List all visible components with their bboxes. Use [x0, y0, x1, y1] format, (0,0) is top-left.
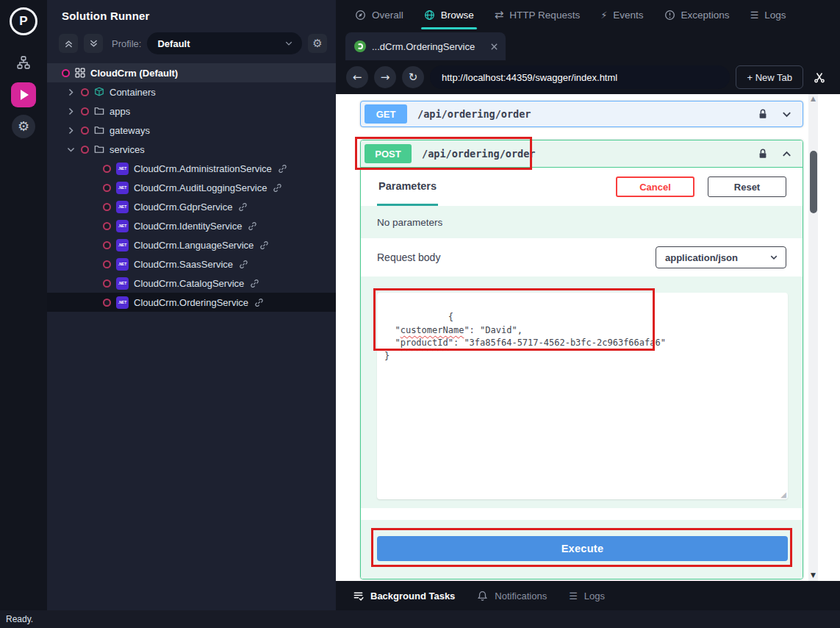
tree-item-service[interactable]: .NET CloudCrm.SaasService	[47, 254, 336, 274]
tree-item-service[interactable]: .NET CloudCrm.GdprService	[47, 197, 336, 216]
tree-item-service[interactable]: .NET CloudCrm.IdentityService	[47, 216, 336, 235]
dotnet-icon: .NET	[116, 277, 129, 290]
tree-item-label: CloudCrm.CatalogService	[134, 278, 244, 289]
run-button[interactable]	[11, 82, 36, 107]
tab-events[interactable]: ⚡ Events	[600, 0, 643, 29]
browser-toolbar: ← → ↻ http://localhost:44359/swagger/ind…	[336, 60, 840, 94]
endpoint-path: /api/ordering/order	[422, 148, 747, 160]
scrollbar-thumb[interactable]	[810, 151, 817, 213]
status-dot-icon	[103, 260, 111, 268]
chevron-down-icon[interactable]	[66, 145, 76, 154]
tree-item-containers[interactable]: Containers	[47, 82, 336, 101]
vertical-scrollbar[interactable]: ▲ ▼	[808, 94, 818, 581]
profile-settings-button[interactable]: ⚙	[308, 34, 327, 53]
tree-item-solution-root[interactable]: CloudCrm (Default)	[47, 63, 336, 82]
parameters-title: Parameters	[377, 168, 438, 206]
lightning-icon: ⚡	[600, 10, 607, 20]
tree-item-gateways[interactable]: gateways	[47, 121, 336, 140]
chevron-right-icon[interactable]	[66, 107, 76, 116]
tree-item-label: CloudCrm.IdentityService	[134, 221, 242, 232]
settings-button[interactable]: ⚙	[12, 115, 35, 138]
scroll-up-icon[interactable]: ▲	[808, 96, 818, 102]
body-editor-section: { "customerName": "David", "productId": …	[361, 276, 803, 508]
service-favicon-icon	[354, 40, 366, 52]
notifications-button[interactable]: Notifications	[477, 590, 547, 602]
background-tasks-button[interactable]: Background Tasks	[353, 590, 455, 602]
link-icon[interactable]	[254, 298, 264, 307]
app-window: P ⚙ Solution Runner Profile: Default	[0, 0, 840, 628]
link-icon[interactable]	[250, 279, 259, 288]
browser-tab[interactable]: ...dCrm.OrderingService	[345, 32, 506, 60]
bottom-toolbar: Background Tasks Notifications ☰ Logs	[336, 581, 840, 610]
link-icon[interactable]	[273, 183, 282, 193]
dotnet-icon: .NET	[116, 258, 129, 271]
profile-select[interactable]: Default	[147, 32, 302, 54]
chevron-up-icon[interactable]	[781, 149, 792, 160]
method-badge-get: GET	[365, 104, 407, 124]
tab-overall[interactable]: Overall	[355, 0, 403, 29]
tree-item-label: CloudCrm.SaasService	[134, 259, 233, 270]
scroll-down-icon[interactable]: ▼	[808, 572, 818, 579]
solution-grid-icon	[75, 68, 85, 78]
opblock-get[interactable]: GET /api/ordering/order	[360, 101, 803, 127]
app-logo-icon: P	[10, 7, 37, 35]
folder-icon	[94, 106, 104, 116]
double-chevron-down-icon	[89, 39, 98, 49]
chevron-right-icon[interactable]	[66, 126, 76, 135]
tree-item-service-selected[interactable]: .NET CloudCrm.OrderingService	[47, 293, 336, 312]
status-dot-icon	[103, 184, 111, 192]
logs-button[interactable]: ☰ Logs	[569, 590, 605, 602]
explorer-tree-icon[interactable]	[11, 50, 36, 75]
tree-item-services[interactable]: services	[47, 140, 336, 159]
tab-http-requests[interactable]: ⇄ HTTP Requests	[495, 0, 580, 29]
tree-item-label: CloudCrm.AdministrationService	[134, 163, 272, 174]
lock-icon[interactable]	[758, 148, 768, 160]
content-type-select[interactable]: application/json	[656, 246, 786, 268]
link-icon[interactable]	[259, 240, 269, 250]
tab-logs[interactable]: ☰ Logs	[750, 0, 786, 29]
back-button[interactable]: ←	[346, 66, 368, 88]
endpoint-path: /api/ordering/order	[417, 108, 747, 120]
chevron-down-icon[interactable]	[781, 109, 792, 120]
tree-item-service[interactable]: .NET CloudCrm.AdministrationService	[47, 159, 336, 178]
link-icon[interactable]	[248, 221, 257, 231]
browser-tab-strip: ...dCrm.OrderingService	[336, 29, 840, 60]
tab-exceptions[interactable]: Exceptions	[664, 0, 730, 29]
chevron-right-icon[interactable]	[66, 88, 76, 97]
expand-all-button[interactable]	[84, 34, 103, 53]
tree-item-service[interactable]: .NET CloudCrm.LanguageService	[47, 235, 336, 254]
refresh-button[interactable]: ↻	[402, 66, 424, 88]
globe-icon	[424, 10, 435, 21]
swagger-content: GET /api/ordering/order POST /api/orderi…	[336, 94, 840, 581]
collapse-all-button[interactable]	[59, 34, 78, 53]
tree-item-service[interactable]: .NET CloudCrm.CatalogService	[47, 274, 336, 293]
request-body-label: Request body	[377, 251, 440, 263]
scissors-icon[interactable]	[809, 71, 830, 83]
request-body-editor[interactable]: { "customerName": "David", "productId": …	[377, 293, 788, 499]
resize-grip-icon[interactable]: ◢	[780, 491, 786, 499]
status-bar: Ready.	[0, 610, 840, 628]
execute-button[interactable]: Execute	[377, 536, 788, 561]
tab-browse[interactable]: Browse	[424, 0, 474, 29]
reset-button[interactable]: Reset	[708, 176, 786, 197]
exclamation-circle-icon	[664, 10, 675, 21]
url-input[interactable]: http://localhost:44359/swagger/index.htm…	[430, 65, 730, 89]
lock-icon[interactable]	[758, 108, 768, 120]
container-icon	[94, 87, 104, 97]
dotnet-icon: .NET	[116, 163, 129, 175]
tree-item-service[interactable]: .NET CloudCrm.AuditLoggingService	[47, 178, 336, 197]
link-icon[interactable]	[238, 202, 248, 212]
double-chevron-up-icon	[64, 39, 73, 49]
new-tab-button[interactable]: + New Tab	[736, 65, 803, 89]
section-divider	[361, 508, 803, 520]
close-tab-icon[interactable]	[490, 43, 498, 51]
status-dot-icon	[81, 146, 89, 154]
opblock-post: POST /api/ordering/order Parameters Canc…	[360, 140, 803, 579]
cancel-button[interactable]: Cancel	[616, 176, 694, 197]
link-icon[interactable]	[239, 260, 248, 269]
tree-item-apps[interactable]: apps	[47, 101, 336, 121]
link-icon[interactable]	[278, 164, 287, 174]
opblock-post-header[interactable]: POST /api/ordering/order	[361, 140, 803, 168]
status-dot-icon	[103, 241, 111, 249]
forward-button[interactable]: →	[374, 66, 396, 88]
